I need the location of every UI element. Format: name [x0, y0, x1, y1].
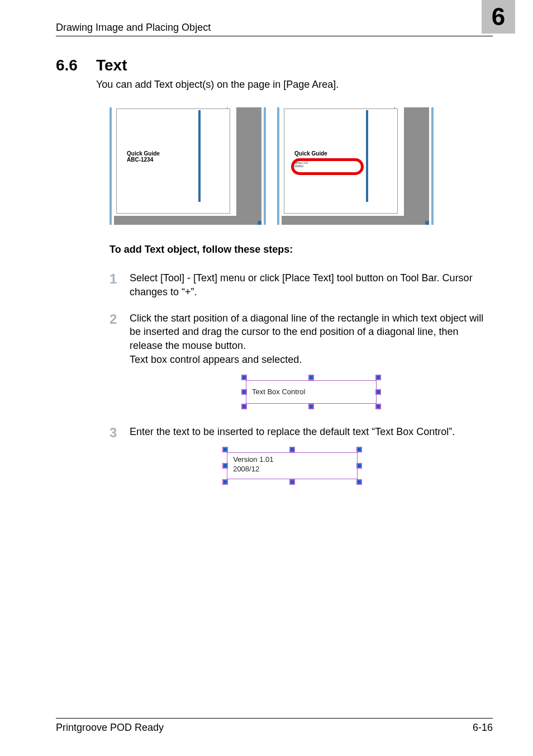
resize-handle-icon — [375, 375, 381, 380]
resize-handle-icon — [241, 375, 247, 380]
thumbnail-after: Quick Guide Version 1.012008/12 — [277, 107, 434, 225]
step-body: Click the start position of a diagonal l… — [130, 311, 493, 413]
resize-handle-icon — [308, 404, 314, 409]
thumbnail-label: Quick Guide — [294, 150, 327, 157]
step-number: 2 — [110, 311, 130, 413]
textbox-line: 2008/12 — [233, 465, 259, 473]
chapter-number-badge: 6 — [482, 0, 515, 34]
step-text: Click the start position of a diagonal l… — [130, 313, 483, 352]
added-text-sample: Version 1.012008/12 — [294, 161, 308, 168]
procedure-steps: 1 Select [Tool] - [Text] menu or click [… — [110, 271, 493, 488]
resize-handle-icon — [375, 389, 381, 395]
example-thumbnails: Quick Guide ABC-1234 Quick Guide Version… — [110, 107, 434, 225]
thumbnail-label: Quick Guide ABC-1234 — [127, 150, 160, 163]
resize-handle-icon — [375, 404, 381, 409]
procedure-heading: To add Text object, follow these steps: — [110, 244, 493, 256]
thumb-text-line: ABC-1234 — [127, 157, 153, 163]
thumb-text-line: Quick Guide — [294, 150, 327, 157]
resize-handle-icon — [356, 447, 362, 452]
resize-handle-icon — [356, 463, 362, 469]
figure-textbox-filled: Version 1.01 2008/12 — [130, 447, 455, 485]
section-title: Text — [96, 56, 127, 74]
page-header: Drawing Image and Placing Object 6 — [56, 13, 493, 36]
step-1: 1 Select [Tool] - [Text] menu or click [… — [110, 271, 493, 299]
step-number: 1 — [110, 271, 130, 299]
step-3: 3 Enter the text to be inserted to repla… — [110, 425, 493, 488]
step-body: Select [Tool] - [Text] menu or click [Pl… — [130, 271, 493, 299]
resize-handle-icon — [222, 447, 228, 452]
resize-handle-icon — [222, 479, 228, 485]
section-heading: 6.6 Text — [56, 56, 493, 74]
textbox-content: Text Box Control — [246, 388, 305, 397]
running-head: Drawing Image and Placing Object — [56, 22, 211, 34]
step-body: Enter the text to be inserted to replace… — [130, 425, 455, 488]
step-text: Enter the text to be inserted to replace… — [130, 426, 455, 437]
resize-handle-icon — [289, 479, 295, 485]
step-2: 2 Click the start position of a diagonal… — [110, 311, 493, 413]
thumb-text-line: Quick Guide — [127, 150, 160, 157]
textbox-line: Version 1.01 — [233, 455, 273, 464]
section-number: 6.6 — [56, 56, 96, 74]
resize-handle-icon — [356, 479, 362, 485]
thumbnail-before: Quick Guide ABC-1234 — [110, 107, 266, 225]
thumbnail-page: Quick Guide Version 1.012008/12 — [284, 108, 398, 214]
textbox-content: Version 1.01 2008/12 — [227, 455, 273, 474]
step-text: Text box control appears and selected. — [130, 354, 302, 365]
thumbnail-page: Quick Guide ABC-1234 — [116, 108, 230, 214]
textbox-body: Version 1.01 2008/12 — [227, 452, 358, 479]
page-footer: Printgroove POD Ready 6-16 — [56, 718, 493, 734]
resize-handle-icon — [289, 447, 295, 452]
resize-handle-icon — [241, 404, 247, 409]
resize-handle-icon — [308, 375, 314, 380]
step-number: 3 — [110, 425, 130, 488]
footer-product: Printgroove POD Ready — [56, 722, 164, 734]
textbox-body: Text Box Control — [246, 380, 377, 404]
section-intro: You can add Text object(s) on the page i… — [96, 79, 493, 91]
footer-page-number: 6-16 — [473, 722, 493, 734]
figure-textbox-default: Text Box Control — [130, 375, 493, 409]
